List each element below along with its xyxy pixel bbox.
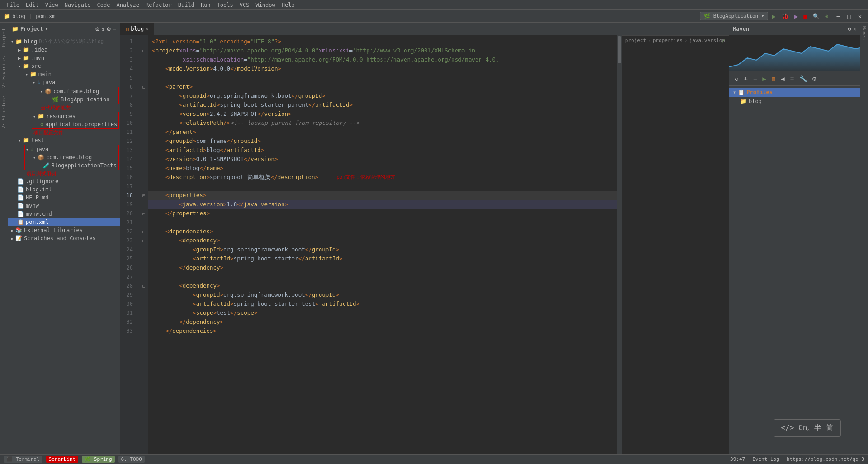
maven-settings-icon[interactable]: ⚙ bbox=[848, 26, 851, 32]
expand-arrow-icon: ▾ bbox=[17, 138, 22, 143]
url-link[interactable]: https://blog.csdn.net/qq_3 bbox=[787, 456, 864, 462]
tree-item-blogapptests[interactable]: 🧪 BlogApplicationTests bbox=[25, 161, 118, 170]
breadcrumb-properties[interactable]: properties bbox=[653, 38, 683, 43]
collapse-icon[interactable]: − bbox=[113, 25, 116, 33]
tree-item-extlibs[interactable]: ▶ 📚 External Libraries bbox=[8, 226, 120, 234]
gutter-fold-22[interactable]: ⊟ bbox=[139, 227, 148, 236]
sidebar-tab-favorites[interactable]: 2: Favorites bbox=[0, 52, 7, 91]
vertical-scrollbar[interactable] bbox=[617, 35, 622, 454]
breadcrumb-project[interactable]: project bbox=[625, 38, 646, 43]
maven-refresh-btn[interactable]: ↻ bbox=[733, 74, 740, 83]
maven-wrench-btn[interactable]: 🔧 bbox=[797, 74, 809, 83]
maven-back-btn[interactable]: ◀ bbox=[779, 74, 786, 83]
tree-item-main[interactable]: ▾ 📁 main bbox=[8, 70, 120, 78]
maven-m-btn[interactable]: m bbox=[770, 74, 777, 83]
maven-item-profiles[interactable]: ▾ 📋 Profiles bbox=[729, 88, 860, 97]
todo-button[interactable]: 6. TODO bbox=[118, 456, 145, 463]
spring-button[interactable]: 🌿 Spring bbox=[82, 456, 114, 463]
breadcrumb-javaversion[interactable]: java.version bbox=[689, 38, 725, 43]
tree-item-java[interactable]: ▾ ☕ java bbox=[8, 78, 120, 86]
gutter-fold-18[interactable]: ⊟ bbox=[139, 191, 148, 200]
tree-item-blogapp[interactable]: 🌿 BlogApplication bbox=[39, 95, 118, 104]
editor-tab-blog[interactable]: m blog ✕ bbox=[120, 23, 154, 35]
tree-item-mvnwcmd[interactable]: 📄 mvnw.cmd bbox=[8, 210, 120, 218]
code-content[interactable]: <?xml version="1.0" encoding="UTF-8"?> <… bbox=[148, 35, 617, 454]
gutter-13 bbox=[139, 146, 148, 155]
sonar-button[interactable]: SonarLint bbox=[46, 456, 79, 463]
tree-item-testjava[interactable]: ▾ ☕ java bbox=[25, 145, 118, 153]
menu-run[interactable]: Run bbox=[198, 1, 213, 9]
maven-gear-btn[interactable]: ⚙ bbox=[811, 74, 818, 83]
tree-item-comframe[interactable]: ▾ 📦 com.frame.blog bbox=[39, 87, 118, 95]
run-button[interactable]: ▶ bbox=[770, 12, 777, 21]
search-everywhere-icon[interactable]: 🔍 bbox=[811, 12, 821, 20]
settings2-icon[interactable]: ⚙ bbox=[107, 25, 110, 33]
menu-file[interactable]: File bbox=[4, 1, 22, 9]
tab-close-icon[interactable]: ✕ bbox=[146, 26, 148, 31]
tree-item-resources[interactable]: ▾ 📁 resources bbox=[32, 112, 118, 120]
maven-run-btn[interactable]: ▶ bbox=[760, 74, 768, 83]
maven-side-tab[interactable]: Maven bbox=[861, 23, 868, 43]
menu-vcs[interactable]: VCS bbox=[237, 1, 252, 9]
gutter-fold-23[interactable]: ⊟ bbox=[139, 236, 148, 245]
event-log-link[interactable]: Event Log bbox=[752, 456, 779, 462]
tree-item-idea[interactable]: ▶ 📁 .idea bbox=[8, 46, 120, 54]
tree-label: java bbox=[42, 79, 55, 85]
tree-item-blogiml[interactable]: 📄 blog.iml bbox=[8, 185, 120, 194]
menu-navigate[interactable]: Navigate bbox=[62, 1, 94, 9]
java-src-icon: ☕ bbox=[37, 79, 40, 85]
tree-item-mvn[interactable]: ▶ 📁 .mvn bbox=[8, 54, 120, 62]
tree-label: blog.iml bbox=[26, 186, 52, 193]
menu-build[interactable]: Build bbox=[175, 1, 197, 9]
maximize-button[interactable]: □ bbox=[844, 13, 854, 20]
maven-list-btn[interactable]: ≡ bbox=[788, 74, 796, 83]
gutter-fold-2[interactable]: ⊟ bbox=[139, 46, 148, 55]
tree-item-appprops[interactable]: ⚙ application.properties bbox=[32, 120, 118, 128]
maven-remove-btn[interactable]: − bbox=[751, 74, 759, 83]
sort-icon[interactable]: ↕ bbox=[101, 25, 105, 33]
debug-button[interactable]: 🐞 bbox=[779, 12, 791, 21]
code-line-33: </dependencies> bbox=[148, 327, 617, 336]
breadcrumb-sep-2: › bbox=[684, 38, 688, 43]
tree-item-pomxml[interactable]: 📋 pom.xml bbox=[8, 218, 120, 226]
menu-code[interactable]: Code bbox=[94, 1, 113, 9]
terminal-button[interactable]: ⬛ Terminal bbox=[4, 456, 42, 463]
stop-button[interactable]: ■ bbox=[802, 12, 809, 21]
tree-item-src[interactable]: ▾ 📁 src bbox=[8, 62, 120, 70]
tree-item-test[interactable]: ▾ 📁 test bbox=[8, 136, 120, 144]
menu-edit[interactable]: Edit bbox=[23, 1, 42, 9]
tree-item-mvnw[interactable]: 📄 mvnw bbox=[8, 202, 120, 210]
tree-item-helpmd[interactable]: 📄 HELP.md bbox=[8, 194, 120, 202]
gutter-fold-28[interactable]: ⊟ bbox=[139, 281, 148, 290]
menu-analyze[interactable]: Analyze bbox=[113, 1, 142, 9]
code-editor[interactable]: 1 2 3 4 5 6 7 8 9 10 11 12 13 14 15 16 1 bbox=[120, 35, 622, 454]
line-num-4: 4 bbox=[120, 64, 136, 73]
tree-item-scratches[interactable]: ▶ 📝 Scratches and Consoles bbox=[8, 234, 120, 242]
gutter-fold-6[interactable]: ⊟ bbox=[139, 82, 148, 91]
tree-item-blog-root[interactable]: ▾ 📁 blog D:\个人\公众号\测试\blog bbox=[8, 37, 120, 46]
sidebar-tab-project[interactable]: Project bbox=[0, 24, 7, 51]
close-button[interactable]: ✕ bbox=[855, 13, 864, 20]
title-bar: 📁 blog | pom.xml 🌿 BlogApplication ▾ ▶ 🐞… bbox=[0, 10, 868, 23]
main-area: Project 2: Favorites 2: Structure 📁 Proj… bbox=[0, 23, 868, 454]
menu-help[interactable]: Help bbox=[279, 1, 297, 9]
coverage-button[interactable]: ▶ bbox=[793, 12, 800, 21]
run-config-dropdown[interactable]: 🌿 BlogApplication ▾ bbox=[700, 12, 768, 20]
line-num-13: 13 bbox=[120, 146, 136, 155]
maven-item-blog[interactable]: 📁 blog bbox=[729, 97, 860, 106]
menu-window[interactable]: Window bbox=[253, 1, 278, 9]
editor-wrapper: ✓ 1 2 3 4 5 6 7 8 9 10 11 12 1 bbox=[120, 35, 729, 454]
gear-icon[interactable]: ⚙ bbox=[95, 25, 99, 33]
menu-refactor[interactable]: Refactor bbox=[143, 1, 175, 9]
menu-view[interactable]: View bbox=[42, 1, 61, 9]
tree-item-comframetest[interactable]: ▾ 📦 com.frame.blog bbox=[25, 153, 118, 161]
minimize-button[interactable]: − bbox=[834, 13, 843, 20]
scrollbar-thumb[interactable] bbox=[618, 36, 621, 63]
maven-close-icon[interactable]: ✕ bbox=[853, 26, 856, 32]
tree-item-gitignore[interactable]: 📄 .gitignore bbox=[8, 177, 120, 185]
settings-icon[interactable]: ⚙ bbox=[823, 12, 830, 20]
maven-add-btn[interactable]: + bbox=[742, 74, 749, 83]
menu-tools[interactable]: Tools bbox=[214, 1, 236, 9]
sidebar-tab-structure[interactable]: 2: Structure bbox=[0, 92, 7, 132]
gutter-fold-20[interactable]: ⊟ bbox=[139, 209, 148, 218]
